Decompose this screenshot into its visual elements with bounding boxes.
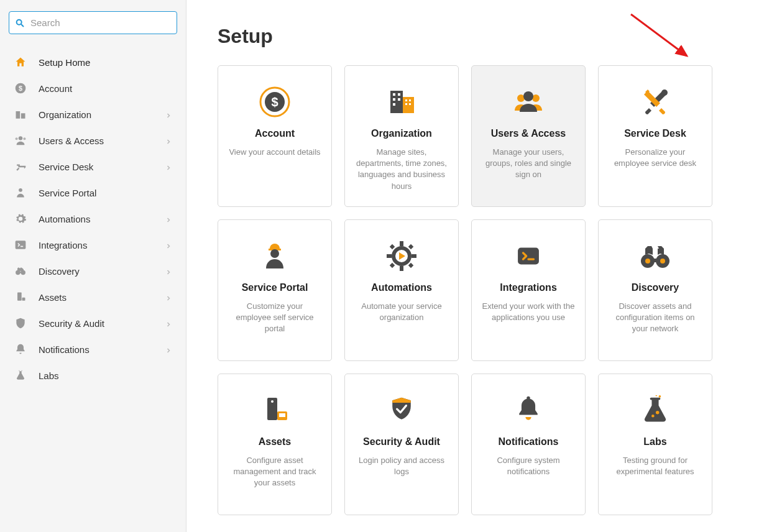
sidebar-item-label: Labs [39, 370, 172, 381]
card-organization[interactable]: Organization Manage sites, departments, … [344, 65, 459, 207]
svg-point-4 [19, 136, 22, 140]
svg-point-50 [660, 259, 665, 264]
card-integrations[interactable]: Integrations Extend your work with the a… [471, 219, 586, 361]
users-icon [14, 134, 27, 147]
card-labs[interactable]: Labs Testing ground for experimental fea… [598, 374, 712, 515]
svg-point-57 [656, 411, 660, 415]
main-content: Setup $ Account View your account detail… [186, 0, 759, 532]
card-desc: View your account details [229, 147, 320, 158]
flask-icon [14, 369, 27, 382]
svg-rect-21 [393, 93, 395, 96]
sidebar-item-assets[interactable]: Assets [9, 284, 177, 310]
page-title: Setup [218, 25, 728, 48]
card-discovery[interactable]: Discovery Discover assets and configurat… [598, 219, 712, 361]
card-title: Organization [371, 128, 432, 139]
sidebar-item-labs[interactable]: Labs [9, 362, 177, 388]
sidebar-item-label: Security & Audit [39, 318, 165, 329]
home-icon [14, 55, 27, 69]
card-service-desk[interactable]: Service Desk Personalize your employee s… [598, 65, 712, 207]
svg-point-5 [16, 137, 18, 140]
svg-rect-14 [22, 298, 25, 301]
card-title: Service Portal [242, 282, 308, 293]
card-users-access[interactable]: Users & Access Manage your users, groups… [471, 65, 586, 207]
person-icon [14, 186, 27, 200]
card-desc: Automate your service organization [355, 301, 448, 323]
sidebar-item-label: Assets [39, 292, 165, 303]
svg-text:$: $ [19, 85, 22, 92]
binoculars-icon [14, 264, 27, 278]
card-title: Notifications [499, 436, 559, 447]
search-icon [15, 18, 25, 28]
card-assets[interactable]: Assets Configure asset management and tr… [218, 374, 332, 515]
svg-rect-36 [400, 241, 403, 246]
sidebar-item-label: Discovery [39, 266, 165, 277]
svg-rect-24 [398, 98, 400, 101]
sidebar-item-discovery[interactable]: Discovery [9, 258, 177, 284]
sidebar-item-account[interactable]: $ Account [9, 75, 177, 101]
sidebar-item-label: Account [39, 83, 172, 94]
svg-point-49 [645, 259, 650, 264]
svg-point-58 [651, 415, 655, 418]
card-service-portal[interactable]: Service Portal Customize your employee s… [218, 219, 332, 361]
card-desc: Manage sites, departments, time zones, l… [355, 147, 448, 192]
sidebar-item-service-desk[interactable]: Service Desk [9, 154, 177, 180]
svg-rect-13 [17, 293, 22, 301]
card-desc: Personalize your employee service desk [609, 147, 702, 169]
chevron-right-icon [165, 163, 172, 170]
card-security-audit[interactable]: Security & Audit Login policy and access… [344, 374, 459, 515]
sidebar-item-organization[interactable]: Organization [9, 101, 177, 127]
sidebar-item-users-access[interactable]: Users & Access [9, 127, 177, 154]
sidebar-item-notifications[interactable]: Notifications [9, 336, 177, 362]
svg-line-1 [21, 24, 24, 27]
sidebar-item-integrations[interactable]: Integrations [9, 232, 177, 258]
card-title: Labs [643, 436, 666, 447]
sidebar-item-label: Setup Home [39, 57, 172, 68]
sidebar-item-automations[interactable]: Automations [9, 206, 177, 232]
svg-rect-54 [279, 413, 285, 417]
dollar-circle-icon: $ [14, 81, 27, 95]
search-input[interactable] [9, 11, 177, 34]
flask-icon [639, 394, 671, 426]
svg-rect-22 [398, 93, 400, 96]
card-title: Users & Access [491, 128, 566, 139]
svg-rect-12 [19, 272, 22, 273]
terminal-icon [14, 238, 27, 252]
svg-point-35 [270, 249, 279, 258]
svg-rect-44 [518, 247, 539, 264]
svg-rect-48 [653, 259, 658, 262]
card-desc: Configure asset management and track you… [228, 455, 321, 489]
chevron-right-icon [165, 241, 172, 249]
svg-point-59 [659, 395, 661, 398]
svg-rect-29 [409, 103, 411, 105]
sidebar-item-service-portal[interactable]: Service Portal [9, 180, 177, 206]
card-title: Assets [259, 436, 291, 447]
card-title: Account [255, 128, 295, 139]
card-desc: Manage your users, groups, roles and sin… [482, 147, 575, 181]
svg-rect-27 [409, 99, 411, 101]
sidebar-item-security-audit[interactable]: Security & Audit [9, 310, 177, 336]
card-desc: Configure system notifications [482, 455, 575, 477]
svg-point-33 [661, 89, 668, 96]
svg-rect-8 [16, 241, 26, 249]
chevron-right-icon [165, 137, 172, 144]
sidebar-item-label: Service Portal [39, 188, 172, 198]
svg-point-0 [17, 19, 22, 24]
svg-rect-23 [393, 98, 395, 101]
svg-rect-28 [405, 103, 407, 105]
card-title: Integrations [500, 282, 557, 293]
svg-point-60 [655, 395, 657, 396]
sidebar-item-setup-home[interactable]: Setup Home [9, 49, 177, 75]
svg-rect-26 [405, 99, 407, 101]
svg-rect-25 [393, 103, 395, 106]
users-icon [512, 86, 545, 118]
card-automations[interactable]: Automations Automate your service organi… [344, 219, 459, 361]
binoculars-icon [639, 240, 671, 272]
card-account[interactable]: $ Account View your account details [218, 65, 332, 207]
svg-rect-37 [400, 266, 403, 271]
shield-check-icon [385, 394, 418, 426]
gear-icon [14, 212, 27, 226]
search-wrap [9, 11, 177, 34]
sidebar-item-label: Organization [39, 109, 165, 120]
server-icon [14, 290, 27, 304]
card-notifications[interactable]: Notifications Configure system notificat… [471, 374, 586, 515]
